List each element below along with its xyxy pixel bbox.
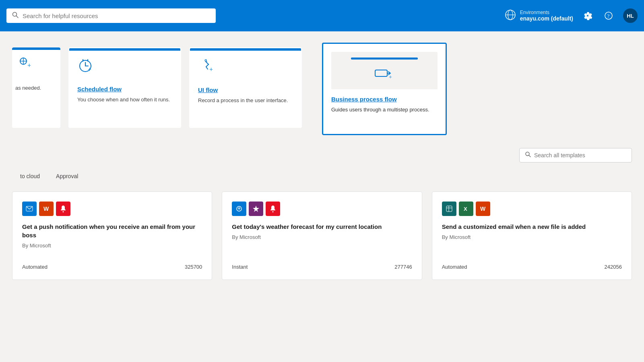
svg-line-24 [529,155,530,157]
topbar-right: Environments enayu.com (default) ? HL [505,8,638,23]
bpf-inner-preview: + [331,52,438,89]
svg-text:+: + [209,66,213,73]
template-footer-3: Automated 242056 [442,264,622,270]
card-top-bar [69,48,180,51]
partial-card-desc: as needed. [12,84,60,92]
bpf-title[interactable]: Business process flow [331,96,438,103]
template-icon-office: W [39,202,54,216]
svg-point-27 [63,211,64,212]
bpf-description: Guides users through a multistep process… [331,106,438,114]
filter-tab-tocloud[interactable]: to cloud [12,171,48,182]
filter-tab-approval[interactable]: Approval [48,171,86,182]
template-icon-teal [442,202,456,216]
templates-search-box[interactable] [519,148,632,162]
svg-line-18 [206,64,208,67]
scheduled-card-title[interactable]: Scheduled flow [77,86,172,93]
template-count-2: 277746 [394,264,412,270]
settings-icon[interactable] [581,9,594,22]
template-author-3: By Microsoft [442,234,622,240]
template-footer-2: Instant 277746 [232,264,412,270]
template-icons-3: X W [442,202,622,216]
template-count-3: 242056 [605,264,622,270]
template-footer-1: Automated 325700 [22,264,202,270]
flow-card-scheduled[interactable]: + Scheduled flow You choose when and how… [68,47,181,128]
svg-text:+: + [389,74,392,80]
ui-flow-icon: + [198,57,293,78]
card-top-bar [12,47,60,50]
flow-cards-row: + as needed. + Scheduled flow You choose… [0,31,644,140]
template-icon-outlook [22,202,37,216]
template-title-2: Get today's weather forecast for my curr… [232,222,412,231]
topbar: Environments enayu.com (default) ? HL [0,0,644,31]
template-title-3: Send a customized email when a new file … [442,222,622,231]
svg-text:W: W [43,206,49,212]
environment-selector[interactable]: Environments enayu.com (default) [505,9,573,22]
template-cards-row: W Get a push notification when you recei… [12,191,632,280]
card-top-bar [190,48,301,51]
environment-label: Environments [520,10,573,15]
global-search-box[interactable] [6,8,216,23]
partial-card-icon: + [12,56,60,76]
template-icons-2 [232,202,412,216]
svg-line-19 [206,67,208,69]
environment-icon [505,9,516,22]
svg-rect-32 [446,206,452,212]
template-type-2: Instant [232,264,248,270]
template-card-1[interactable]: W Get a push notification when you recei… [12,191,212,280]
filter-tabs: to cloud Approval [12,171,632,182]
template-author-1: By Microsoft [22,243,202,249]
template-author-2: By Microsoft [232,234,412,240]
avatar[interactable]: HL [623,8,638,23]
svg-text:W: W [480,206,486,212]
help-icon[interactable]: ? [602,9,615,22]
svg-text:?: ? [607,13,610,19]
global-search-input[interactable] [23,12,210,19]
scheduled-icon: + [77,57,172,78]
template-icon-flow [232,202,246,216]
template-icon-magic [249,202,263,216]
main-content: + as needed. + Scheduled flow You choose… [0,31,644,280]
svg-rect-21 [375,70,387,76]
templates-search-input[interactable] [534,152,626,158]
template-type-1: Automated [22,264,47,270]
template-card-2[interactable]: Get today's weather forecast for my curr… [222,191,422,280]
flow-card-ui[interactable]: + UI flow Record a process in the user i… [189,47,302,128]
environment-text: Environments enayu.com (default) [520,10,573,22]
template-icon-office2: W [476,202,490,216]
templates-search-row [12,148,632,162]
templates-search-icon [525,152,531,159]
template-icon-bell2 [266,202,280,216]
svg-point-31 [272,211,274,212]
ui-card-desc: Record a process in the user interface. [198,97,293,105]
template-icons-1: W [22,202,202,216]
bpf-icon: + [374,66,394,84]
flow-card-bpf[interactable]: + Business process flow Guides users thr… [322,43,447,135]
template-icon-bell [56,202,70,216]
templates-section: to cloud Approval W [0,148,644,280]
template-type-3: Automated [442,264,467,270]
template-title-1: Get a push notification when you receive… [22,222,202,239]
bpf-inner-bar [351,58,417,60]
svg-line-1 [17,16,19,18]
search-icon [12,12,19,20]
ui-card-title[interactable]: UI flow [198,86,293,93]
scheduled-card-desc: You choose when and how often it runs. [77,96,172,104]
template-icon-excel: X [459,202,473,216]
svg-marker-30 [253,206,259,212]
svg-text:+: + [88,66,91,73]
environment-name: enayu.com (default) [520,15,573,22]
svg-text:+: + [27,62,31,69]
svg-text:X: X [464,206,467,212]
template-count-1: 325700 [185,264,202,270]
flow-card-partial-left[interactable]: + as needed. [12,47,60,128]
template-card-3[interactable]: X W Send a customized email when a new f… [432,191,632,280]
bpf-content: Business process flow Guides users throu… [323,89,446,122]
